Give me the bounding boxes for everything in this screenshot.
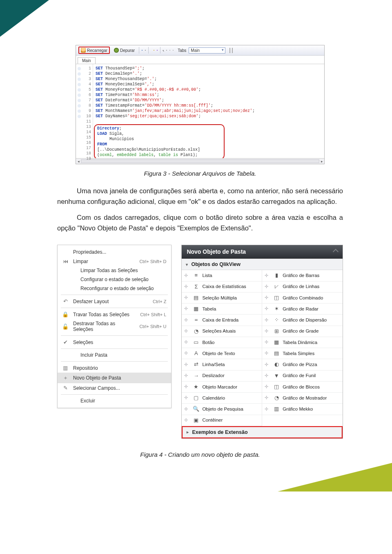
drag-handle-icon: ✢ — [184, 384, 190, 390]
paste-icon[interactable] — [157, 50, 158, 51]
script-tab-main[interactable]: Main — [78, 57, 96, 64]
object-icon: ★ — [192, 384, 200, 390]
object-label: Gráfico Combinado — [283, 295, 340, 301]
context-menu-item[interactable]: Propriedades... — [58, 248, 171, 257]
menu-item-label: Seleções — [73, 340, 162, 345]
object-label: Contêiner — [202, 417, 259, 423]
object-type-item[interactable]: ✢▼Gráfico de Funil — [262, 371, 343, 382]
toolbar-separator — [160, 47, 160, 54]
object-type-item[interactable]: ✢⩗Gráfico de Linhas — [262, 281, 343, 293]
panel-title: Novo Objeto de Pasta — [187, 248, 246, 255]
object-label: Gráfico de Pizza — [283, 362, 340, 367]
menu-item-label: Propriedades... — [73, 249, 162, 255]
tabs-action-icon[interactable] — [229, 48, 230, 53]
object-type-item[interactable]: ✢▦Tabela Dinâmica — [262, 337, 343, 348]
object-label: Caixa de Estatísticas — [202, 284, 259, 289]
menu-item-label: Limpar — [73, 259, 135, 264]
object-type-item[interactable]: ✢▭Botão — [182, 337, 262, 348]
tab-icon[interactable] — [173, 50, 174, 51]
object-type-item[interactable]: ✢▢Calendário — [182, 393, 262, 404]
object-type-item[interactable]: ✢⊞Gráfico de Grade — [262, 326, 343, 337]
menu-item-icon: ＋ — [62, 374, 69, 382]
context-menu-item[interactable]: ⏮LimparCtrl+ Shift+ D — [58, 257, 171, 266]
object-type-item[interactable]: ✢◔Seleções Atuais — [182, 326, 262, 337]
object-type-item[interactable]: ✢◔Gráfico de Mostrador — [262, 393, 343, 404]
object-type-item[interactable]: ✢⇄Linha/Seta — [182, 359, 262, 370]
section-extension-examples[interactable]: ▸ Exemplos de Extensão — [182, 426, 343, 438]
object-label: Lista — [202, 273, 259, 278]
context-menu-item[interactable]: Incluir Pasta — [58, 351, 171, 360]
object-type-item[interactable]: ✢▦Tabela — [182, 304, 262, 315]
object-type-item[interactable]: ✢→Deslizador — [182, 371, 262, 382]
drag-handle-icon: ✢ — [184, 351, 190, 356]
object-type-item[interactable]: ✢AObjeto de Texto — [182, 348, 262, 359]
code-content[interactable]: SET ThousandSep=';';SET DecimalSep='.';S… — [93, 64, 324, 158]
object-column-left: ✢≡Lista✢ΣCaixa de Estatísticas✢▤Seleção … — [182, 270, 262, 426]
find-icon[interactable] — [163, 50, 164, 51]
object-type-item[interactable]: ✢▥Gráfico Mekko — [262, 404, 343, 415]
object-type-item[interactable]: ✢▤Tabela Simples — [262, 348, 343, 359]
object-type-item[interactable]: ✢▮Gráfico de Barras — [262, 270, 343, 281]
context-menu-item[interactable]: Reconfigurar o estado de seleção — [58, 284, 171, 293]
object-icon: ▢ — [192, 395, 200, 401]
tabs-action-icon[interactable] — [232, 48, 233, 53]
page-corner-top — [0, 0, 49, 37]
tabs-combo[interactable]: Main — [189, 47, 225, 54]
section-qlikview-objects[interactable]: ▾ Objetos do QlikView — [182, 259, 343, 270]
object-type-item[interactable]: ✢✶Gráfico de Radar — [262, 304, 343, 315]
object-type-item[interactable]: ✢◫Gráfico Combinado — [262, 293, 343, 304]
figure-4-caption: Figura 4 - Criando um novo objeto de pas… — [57, 451, 343, 458]
object-type-item[interactable]: ✢◐Gráfico de Pizza — [262, 359, 343, 370]
env-icon[interactable] — [169, 50, 170, 51]
print-icon[interactable] — [145, 50, 146, 51]
context-menu-item[interactable]: Limpar Todas as Seleções — [58, 266, 171, 275]
menu-item-icon: 🔒 — [62, 311, 69, 317]
menu-item-label: Excluir — [73, 398, 162, 404]
object-type-item[interactable]: ✢★Objeto Marcador — [182, 382, 262, 393]
context-menu-item[interactable]: Excluir — [58, 396, 171, 405]
object-type-item[interactable]: ✢◫Gráfico de Blocos — [262, 382, 343, 393]
object-type-item[interactable]: ✢⁘Gráfico de Dispersão — [262, 315, 343, 326]
object-type-item[interactable]: ✢▣Contêiner — [182, 415, 262, 426]
menu-item-label: Repositório — [73, 365, 162, 371]
object-type-item[interactable]: ✢ΣCaixa de Estatísticas — [182, 281, 262, 293]
object-column-right: ✢▮Gráfico de Barras✢⩗Gráfico de Linhas✢◫… — [262, 270, 343, 426]
context-menu-item[interactable]: 🔒Travar Todas as SeleçõesCtrl+ Shift+ L — [58, 310, 171, 319]
object-icon: ◫ — [273, 295, 280, 301]
context-menu-item[interactable]: 🔓Destravar Todas as SeleçõesCtrl+ Shift+… — [58, 319, 171, 334]
drag-handle-icon: ✢ — [184, 317, 190, 323]
object-type-item[interactable]: ✢🔍Objeto de Pesquisa — [182, 404, 262, 415]
object-label: Linha/Seta — [202, 362, 259, 367]
drag-handle-icon: ✢ — [265, 407, 270, 412]
debug-button[interactable]: Depurar — [112, 47, 136, 53]
object-icon: Σ — [192, 284, 200, 290]
object-type-item[interactable]: ✢▤Seleção Múltipla — [182, 293, 262, 304]
context-menu-item[interactable]: ▥Repositório — [58, 363, 171, 373]
object-type-item[interactable]: ✢＝Caixa de Entrada — [182, 315, 262, 326]
object-type-item[interactable]: ✢≡Lista — [182, 270, 262, 281]
copy-icon[interactable] — [154, 50, 154, 51]
reload-button[interactable]: Recarregar — [78, 47, 110, 54]
menu-item-shortcut: Ctrl+ Shift+ D — [139, 259, 166, 264]
object-icon: ▥ — [273, 406, 280, 412]
object-label: Deslizador — [202, 373, 259, 378]
horizontal-scrollbar[interactable]: ◂▸ — [76, 158, 324, 164]
drag-handle-icon: ✢ — [184, 418, 190, 423]
chevron-down-icon: ▾ — [186, 262, 188, 267]
object-label: Gráfico de Blocos — [283, 384, 340, 390]
menu-item-icon: ↶ — [62, 298, 69, 304]
object-icon: ▦ — [273, 339, 280, 346]
save-icon[interactable] — [142, 50, 143, 51]
context-menu-item[interactable]: ✎Selecionar Campos... — [58, 383, 171, 393]
drag-handle-icon: ✢ — [184, 328, 190, 334]
object-icon: ◔ — [192, 328, 200, 335]
context-menu-item[interactable]: Configurar o estado de seleção — [58, 275, 171, 284]
context-menu-item[interactable]: ↶Desfazer LayoutCtrl+ Z — [58, 297, 171, 306]
drag-handle-icon: ✢ — [265, 395, 270, 401]
context-menu-item[interactable]: ✔Seleções — [58, 337, 171, 347]
drag-handle-icon: ✢ — [184, 284, 190, 290]
object-icon: ▤ — [192, 295, 200, 301]
context-menu-item[interactable]: ＋Novo Objeto de Pasta — [58, 373, 171, 383]
doc-icon[interactable] — [166, 50, 167, 51]
menu-item-icon: ✔ — [62, 339, 69, 345]
